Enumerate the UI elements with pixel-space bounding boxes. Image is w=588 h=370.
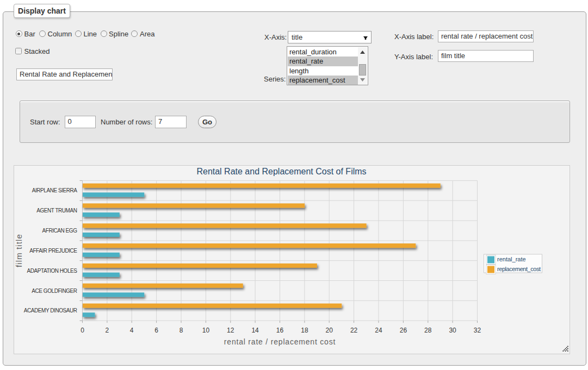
svg-text:Rental Rate and Replacement Co: Rental Rate and Replacement Cost of Film…	[196, 167, 366, 176]
svg-text:replacement_cost: replacement_cost	[497, 266, 541, 272]
svg-text:24: 24	[375, 327, 382, 334]
svg-text:20: 20	[325, 327, 333, 334]
svg-text:ACE GOLDFINGER: ACE GOLDFINGER	[32, 288, 77, 294]
svg-text:10: 10	[202, 327, 209, 334]
svg-text:18: 18	[301, 327, 308, 334]
svg-text:30: 30	[449, 327, 456, 334]
svg-text:4: 4	[129, 327, 133, 334]
svg-text:0: 0	[81, 327, 84, 334]
svg-text:12: 12	[227, 327, 234, 334]
svg-text:AFFAIR PREJUDICE: AFFAIR PREJUDICE	[29, 248, 77, 254]
svg-text:rental_rate: rental_rate	[497, 256, 526, 262]
svg-text:26: 26	[399, 327, 407, 334]
svg-text:film title: film title	[14, 234, 23, 267]
svg-text:AGENT TRUMAN: AGENT TRUMAN	[36, 208, 77, 214]
svg-text:AIRPLANE SIERRA: AIRPLANE SIERRA	[32, 187, 77, 193]
svg-text:28: 28	[424, 327, 432, 334]
svg-text:16: 16	[276, 327, 283, 334]
svg-text:22: 22	[350, 327, 357, 334]
svg-text:AFRICAN EGG: AFRICAN EGG	[42, 228, 77, 234]
svg-text:ACADEMY DINOSAUR: ACADEMY DINOSAUR	[23, 308, 77, 313]
svg-text:rental rate / replacement cost: rental rate / replacement cost	[224, 337, 335, 346]
svg-text:8: 8	[179, 327, 183, 334]
svg-text:14: 14	[251, 327, 259, 334]
svg-text:6: 6	[154, 327, 158, 334]
svg-text:ADAPTATION HOLES: ADAPTATION HOLES	[27, 268, 77, 274]
svg-text:2: 2	[105, 327, 109, 334]
svg-text:32: 32	[473, 327, 481, 334]
